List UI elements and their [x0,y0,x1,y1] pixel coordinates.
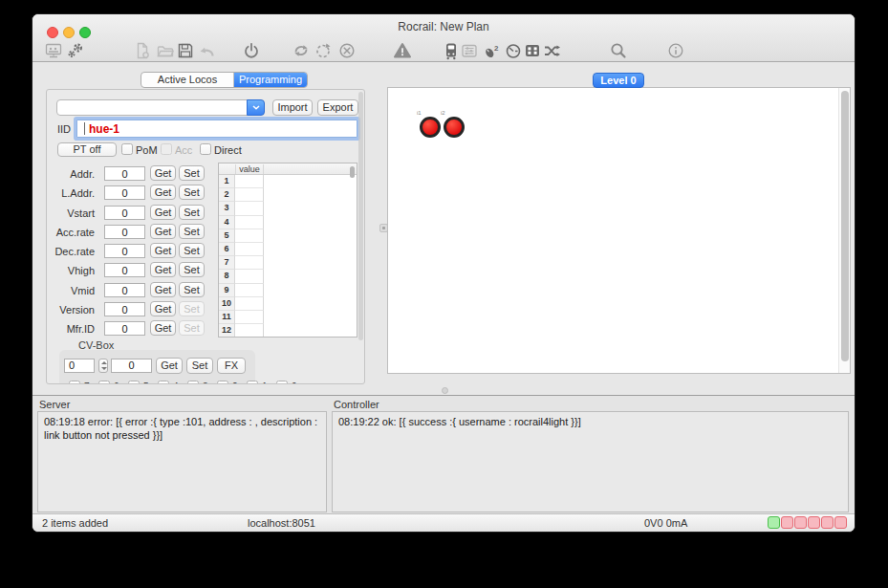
field-value-input[interactable]: 0 [104,185,145,200]
cancel-icon[interactable] [336,40,357,61]
iid-input[interactable]: hue-1 [76,120,357,138]
table-scrollbar-thumb[interactable] [350,166,355,178]
canvas-scrollbar-thumb[interactable] [841,91,849,361]
export-button[interactable]: Export [317,99,358,116]
bit-checkbox[interactable] [69,381,80,384]
canvas-scrollbar[interactable] [838,88,850,373]
set-button[interactable]: Set [179,243,205,258]
plan-canvas[interactable]: i1 i2 [387,87,851,374]
value-cell[interactable] [235,229,264,243]
table-row[interactable]: 10 [219,297,357,311]
chevron-down-icon[interactable] [247,99,265,116]
value-cell[interactable] [235,175,264,188]
value-cell[interactable] [235,188,264,202]
cv-get-button[interactable]: Get [156,358,183,374]
table-row[interactable]: 12 [219,324,357,338]
pt-off-button[interactable]: PT off [57,142,117,157]
set-button[interactable]: Set [179,262,205,277]
value-cell[interactable] [235,324,264,338]
field-value-input[interactable]: 0 [104,321,145,336]
save-icon[interactable] [175,40,196,61]
gauge-icon[interactable] [503,40,524,61]
table-row[interactable]: 5 [219,229,357,243]
controller-log-box[interactable]: 08:19:22 ok: [{ success :{ username : ro… [332,411,849,512]
value-cell[interactable] [235,311,264,324]
new-file-icon[interactable] [132,40,153,61]
get-button[interactable]: Get [150,165,176,181]
loco-select-combo[interactable] [56,99,265,116]
field-value-input[interactable]: 0 [104,225,145,239]
direct-checkbox[interactable] [200,143,211,155]
bit-checkbox[interactable] [128,381,140,384]
cv-value-input[interactable]: 0 [111,359,152,373]
output-button-red[interactable] [444,117,465,138]
server-log-box[interactable]: 08:19:18 error: [{ error :{ type :101, a… [37,411,327,512]
set-button[interactable]: Set [179,224,205,239]
cv-set-button[interactable]: Set [186,358,213,374]
table-row[interactable]: 9 [219,284,357,297]
warning-icon[interactable] [392,40,413,61]
settings-gears-icon[interactable] [65,40,86,61]
tab-active-locos[interactable]: Active Locos [141,73,234,87]
field-value-input[interactable]: 0 [104,166,145,181]
refresh-icon[interactable] [313,40,334,61]
value-cell[interactable] [235,216,264,229]
cv-fx-button[interactable]: FX [217,358,246,374]
table-row[interactable]: 2 [219,188,357,202]
get-button[interactable]: Get [150,205,176,220]
properties-list-icon[interactable] [459,40,480,61]
value-cell[interactable] [235,202,264,215]
routes-grid-icon[interactable] [522,40,543,61]
table-row[interactable]: 4 [219,216,357,229]
open-folder-icon[interactable] [155,40,176,61]
panel-scrollbar-thumb[interactable] [358,92,363,340]
table-row[interactable]: 11 [219,311,357,324]
sync-icon[interactable] [291,40,312,61]
pom-checkbox[interactable] [121,143,133,155]
horizontal-splitter-handle[interactable] [442,387,448,394]
bit-checkbox[interactable] [217,381,228,384]
table-row[interactable]: 7 [219,256,357,270]
field-value-input[interactable]: 0 [104,206,145,220]
value-cell[interactable] [235,270,264,283]
info-icon[interactable] [665,40,686,61]
get-button[interactable]: Get [150,262,176,277]
power-icon[interactable] [241,40,262,61]
output-button-red[interactable] [420,117,441,138]
value-cell[interactable] [235,284,264,297]
table-row[interactable]: 1 [219,175,357,188]
shuffle-icon[interactable] [541,40,562,61]
set-button[interactable]: Set [179,185,205,200]
value-cell[interactable] [235,256,264,270]
get-button[interactable]: Get [150,320,176,336]
get-button[interactable]: Get [150,282,176,297]
field-value-input[interactable]: 0 [104,302,145,316]
table-row[interactable]: 8 [219,270,357,283]
value-cell[interactable] [235,243,264,256]
set-button[interactable]: Set [179,165,205,181]
set-button[interactable]: Set [179,205,205,220]
table-row[interactable]: 3 [219,202,357,215]
tab-programming[interactable]: Programming [234,73,307,87]
bit-checkbox[interactable] [98,381,110,384]
field-value-input[interactable]: 0 [104,244,145,258]
get-button[interactable]: Get [150,243,176,258]
undo-icon[interactable] [196,40,217,61]
search-icon[interactable] [608,40,629,61]
get-button[interactable]: Get [150,185,176,200]
set-button[interactable]: Set [179,282,205,297]
value-column-header[interactable]: value [235,164,264,174]
field-value-input[interactable]: 0 [104,263,145,277]
tab-level-0[interactable]: Level 0 [593,73,644,88]
field-value-input[interactable]: 0 [104,283,145,297]
cv-number-stepper[interactable] [98,359,108,373]
value-cell[interactable] [235,297,264,311]
bit-checkbox[interactable] [276,381,288,384]
get-button[interactable]: Get [150,224,176,239]
bit-checkbox[interactable] [187,381,199,384]
get-button[interactable]: Get [150,301,176,316]
cv-number-input[interactable]: 0 [64,359,95,373]
bit-checkbox[interactable] [158,381,169,384]
workstation-icon[interactable] [43,40,64,61]
table-row[interactable]: 6 [219,243,357,256]
